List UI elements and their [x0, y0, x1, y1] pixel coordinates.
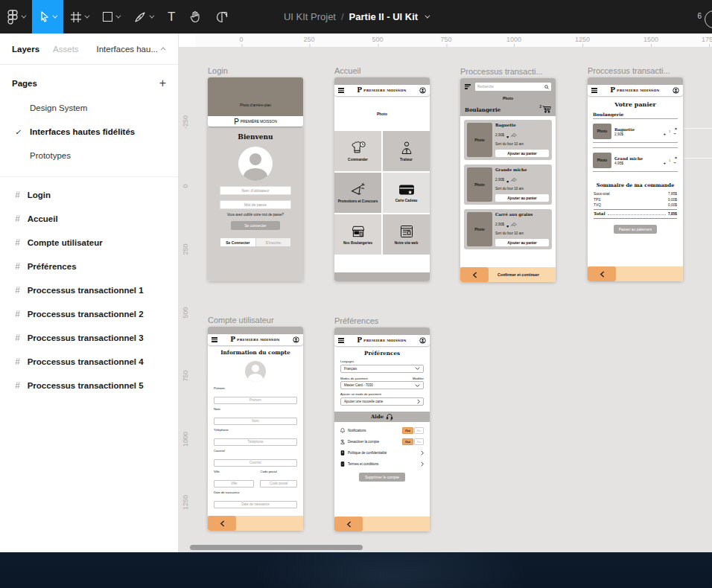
frame-title-processus-2[interactable]: Proccessus transacti...	[588, 66, 683, 75]
layer-row-processus-2[interactable]: Proccessus transactionnel 2	[0, 302, 178, 326]
sidebar-page-design-system[interactable]: Design System	[0, 96, 178, 120]
back-button[interactable]	[460, 267, 489, 282]
telephone-input[interactable]	[214, 438, 297, 446]
tab-assets[interactable]: Assets	[53, 45, 79, 54]
back-button[interactable]	[208, 516, 236, 531]
favorite-icon[interactable]	[506, 173, 509, 186]
tile-promotions[interactable]: Promotions et Concours	[334, 173, 381, 213]
account-icon[interactable]	[293, 336, 299, 343]
text-tool-button[interactable]	[160, 0, 182, 33]
chevron-down-icon[interactable]	[425, 13, 430, 19]
frame-title-processus-1[interactable]: Proccessus transacti...	[460, 67, 556, 76]
sidebar-page-prototypes[interactable]: Prototypes	[0, 144, 178, 167]
add-card-button[interactable]: Ajouter une nouvelle carte	[340, 397, 424, 406]
breadcrumb-page[interactable]: Partie II - UI Kit	[349, 11, 418, 22]
segment-connect[interactable]: Se Connecter	[220, 238, 256, 246]
hamburger-menu-icon[interactable]	[212, 337, 217, 342]
confirm-continue-button[interactable]: Confirmer et continuer	[489, 272, 556, 277]
layer-row-processus-1[interactable]: Proccessus transactionnel 1	[0, 278, 178, 302]
layer-row-compte-utilisateur[interactable]: Compte utilisateur	[0, 231, 178, 255]
username-input[interactable]	[220, 186, 291, 195]
tile-traiteur[interactable]: Traiteur	[383, 131, 430, 171]
frame-processus-1[interactable]: Proccessus transacti... Recherche Photo …	[460, 67, 556, 282]
password-input[interactable]	[220, 200, 291, 209]
share-icon[interactable]	[511, 132, 517, 137]
layer-row-accueil[interactable]: Accueil	[0, 207, 178, 231]
hamburger-menu-icon[interactable]	[338, 88, 344, 92]
layer-row-processus-3[interactable]: Proccessus transactionnel 3	[0, 326, 178, 350]
frame-processus-2[interactable]: Proccessus transacti... P PREMIÈRE MOISS…	[588, 66, 683, 281]
tile-commander[interactable]: Commander	[334, 131, 381, 171]
language-select[interactable]: Français	[340, 365, 424, 373]
share-icon[interactable]	[511, 222, 517, 226]
favorite-icon[interactable]	[506, 217, 509, 231]
breadcrumb-project[interactable]: UI KIt Projet	[284, 11, 336, 22]
delete-account-button[interactable]: Supprimer le compte	[359, 473, 405, 482]
tile-carte-cadeau[interactable]: Carte Cadeau	[383, 173, 430, 213]
frame-login[interactable]: Login Photo d'arrière-plan P PREMIÈRE MO…	[208, 66, 303, 281]
frame-title-login[interactable]: Login	[208, 66, 303, 75]
setting-row-termes[interactable]: Termes et conditions	[334, 458, 430, 470]
layer-row-login[interactable]: Login	[0, 183, 178, 207]
account-icon[interactable]	[419, 337, 426, 344]
modify-link[interactable]: Modifier	[413, 377, 424, 380]
back-button[interactable]	[334, 517, 363, 531]
share-icon[interactable]	[511, 177, 517, 182]
toggle-no[interactable]: No	[414, 427, 424, 434]
add-to-cart-button[interactable]: Ajouter au panier	[495, 150, 549, 157]
horizontal-scrollbar[interactable]	[190, 545, 363, 550]
pen-tool-button[interactable]	[127, 0, 160, 33]
comment-tool-button[interactable]	[209, 0, 235, 33]
layer-row-preferences[interactable]: Préférences	[0, 255, 178, 278]
frame-title-compte[interactable]: Compte utilisateur	[208, 316, 303, 325]
account-icon[interactable]	[673, 87, 679, 94]
shape-tool-button[interactable]	[95, 0, 127, 33]
cart-button[interactable]: 2	[539, 105, 551, 113]
segment-signup[interactable]: S'inscrire	[256, 238, 291, 246]
quantity-increase-icon[interactable]	[664, 125, 667, 138]
login-button[interactable]: Se connecter	[231, 221, 280, 230]
code-postal-input[interactable]	[260, 480, 297, 488]
layer-row-processus-5[interactable]: Proccessus transactionnel 5	[0, 374, 178, 397]
forgot-password-link[interactable]: Vous avez oublié votre mot de passe?	[227, 213, 284, 217]
hamburger-menu-icon[interactable]	[465, 84, 471, 89]
ville-input[interactable]	[214, 480, 254, 488]
add-to-cart-button[interactable]: Ajouter au panier	[495, 194, 549, 202]
sidebar-page-interfaces-hautes-fidelites[interactable]: Interfaces hautes fidélités	[0, 120, 178, 144]
courriel-input[interactable]	[214, 459, 297, 467]
favorite-icon[interactable]	[506, 128, 509, 141]
quantity-increase-icon[interactable]	[664, 154, 667, 167]
frame-tool-button[interactable]	[63, 0, 95, 33]
hand-tool-button[interactable]	[182, 0, 209, 33]
design-canvas[interactable]: 0 250 500 750 1000 1250 1500 1750 -250 0…	[179, 33, 712, 552]
frame-title-accueil[interactable]: Accueil	[334, 66, 430, 75]
hamburger-menu-icon[interactable]	[338, 338, 344, 342]
search-input[interactable]: Recherche	[475, 83, 551, 91]
tile-site-web[interactable]: Notre site web	[383, 214, 430, 255]
payment-select[interactable]: Master Card - 7030	[340, 381, 424, 389]
frame-accueil[interactable]: Accueil P PREMIÈRE MOISSON Photo Command…	[334, 66, 430, 281]
toggle-oui[interactable]: Oui	[402, 438, 413, 445]
account-icon[interactable]	[419, 87, 426, 94]
checkout-button[interactable]: Passer au paiement	[614, 225, 657, 234]
layer-row-processus-4[interactable]: Proccessus transactionnel 4	[0, 350, 178, 374]
setting-row-politique[interactable]: Politique de confidentialité	[334, 447, 430, 458]
toggle-oui[interactable]: Oui	[402, 427, 413, 434]
remove-item-icon[interactable]	[675, 149, 677, 162]
frame-compte[interactable]: Compte utilisateur P PREMIÈRE MOISSON In…	[208, 316, 303, 531]
tab-layers[interactable]: Layers	[12, 45, 39, 54]
hamburger-menu-icon[interactable]	[591, 88, 597, 92]
add-page-button[interactable]	[159, 77, 166, 90]
move-tool-button[interactable]	[32, 0, 63, 33]
page-dropdown[interactable]: Interfaces hau...	[97, 45, 166, 54]
toggle-no[interactable]: No	[414, 438, 424, 445]
tile-boulangeries[interactable]: Nos Boulangeries	[334, 214, 381, 255]
add-to-cart-button[interactable]: Ajouter au panier	[495, 239, 549, 246]
frame-preferences[interactable]: Préférences P PREMIÈRE MOISSON Préférenc…	[334, 316, 430, 531]
frame-title-preferences[interactable]: Préférences	[334, 316, 430, 325]
nom-input[interactable]	[214, 418, 297, 425]
date-naissance-input[interactable]	[214, 501, 297, 508]
back-button[interactable]	[588, 266, 616, 281]
figma-menu-button[interactable]	[0, 0, 32, 33]
prenom-input[interactable]	[214, 397, 297, 404]
